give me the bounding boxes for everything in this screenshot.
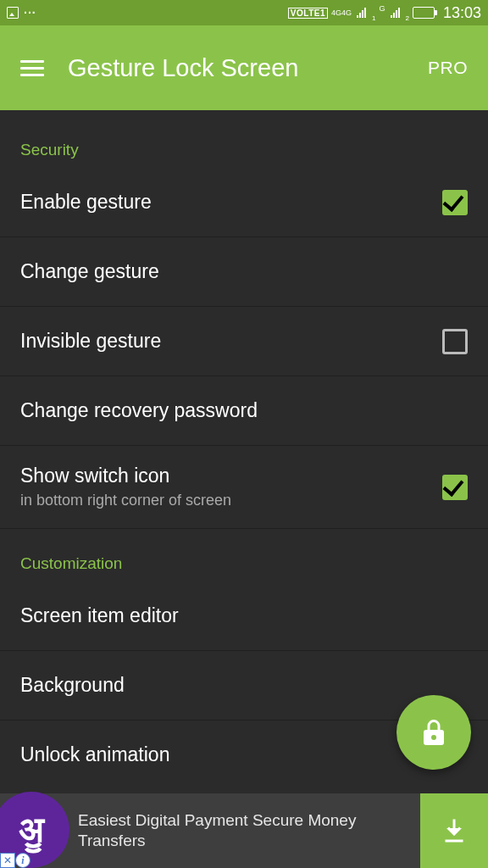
- settings-content: Security Enable gesture Change gesture I…: [0, 110, 488, 868]
- download-icon: [439, 815, 469, 846]
- section-header-customization: Customization: [0, 529, 488, 581]
- item-label: Change recovery password: [20, 399, 468, 423]
- ad-close-button[interactable]: ✕: [0, 853, 15, 868]
- pro-button[interactable]: PRO: [428, 58, 468, 78]
- status-left: ···: [7, 6, 36, 19]
- checkbox-show-switch-icon[interactable]: [442, 475, 468, 500]
- item-invisible-gesture[interactable]: Invisible gesture: [0, 307, 488, 376]
- status-right: VOLTE1 4G4G 1 G 2 13:03: [288, 4, 481, 22]
- sim1-label: 1: [372, 14, 375, 22]
- item-label: Screen item editor: [20, 604, 468, 628]
- app-bar: Gesture Lock Screen PRO: [0, 25, 488, 110]
- item-change-gesture[interactable]: Change gesture: [0, 237, 488, 307]
- section-header-security: Security: [0, 110, 488, 168]
- app-title: Gesture Lock Screen: [68, 54, 404, 82]
- volte-badge: VOLTE1: [288, 8, 328, 19]
- status-bar: ··· VOLTE1 4G4G 1 G 2 13:03: [0, 0, 488, 25]
- lock-icon: [419, 717, 449, 748]
- fab-lock-button[interactable]: [396, 695, 471, 770]
- item-label: Show switch icon: [20, 465, 442, 488]
- item-label: Invisible gesture: [20, 330, 442, 353]
- ad-banner[interactable]: Easiest Digital Payment Secure Money Tra…: [0, 793, 488, 868]
- network-type-label: 4G4G: [331, 9, 352, 17]
- checkbox-enable-gesture[interactable]: [442, 190, 468, 215]
- item-show-switch-icon[interactable]: Show switch icon in bottom right corner …: [0, 446, 488, 529]
- ad-controls: ✕ i: [0, 853, 30, 868]
- item-label: Change gesture: [20, 260, 468, 284]
- more-notifications-icon: ···: [24, 6, 36, 19]
- ad-download-button[interactable]: [420, 793, 488, 868]
- image-icon: [7, 7, 19, 19]
- checkbox-invisible-gesture[interactable]: [442, 329, 468, 354]
- item-label: Background: [20, 674, 468, 698]
- item-enable-gesture[interactable]: Enable gesture: [0, 168, 488, 237]
- battery-icon: [413, 7, 435, 19]
- item-screen-item-editor[interactable]: Screen item editor: [0, 581, 488, 651]
- signal-sim1-icon: [357, 8, 366, 18]
- network-g-label: G: [379, 4, 385, 13]
- item-change-recovery-password[interactable]: Change recovery password: [0, 376, 488, 446]
- signal-sim2-icon: [391, 8, 400, 18]
- item-sublabel: in bottom right corner of screen: [20, 492, 442, 510]
- item-label: Enable gesture: [20, 191, 442, 214]
- clock-label: 13:03: [443, 4, 481, 22]
- ad-info-button[interactable]: i: [15, 853, 30, 868]
- sim2-label: 2: [406, 14, 409, 22]
- hamburger-menu-icon[interactable]: [20, 60, 44, 76]
